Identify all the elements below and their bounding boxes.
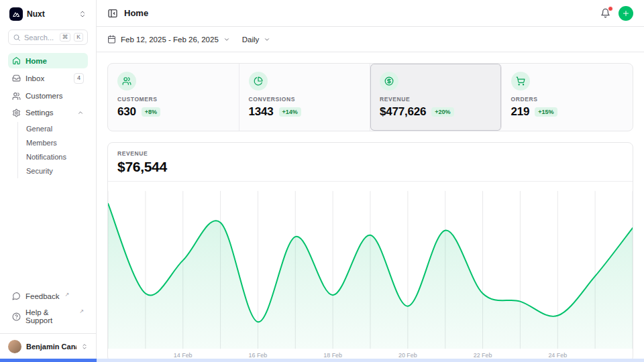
sidebar-nav: Home Inbox 4 Customers Settings General … <box>8 53 88 178</box>
stat-delta-badge: +20% <box>431 107 453 117</box>
chart-total-value: $76,544 <box>117 159 623 175</box>
page-title: Home <box>124 8 148 18</box>
search-box[interactable]: ⌘ K <box>8 29 88 45</box>
chart-body: 14 Feb16 Feb18 Feb20 Feb22 Feb24 Feb <box>108 182 633 361</box>
sidebar-item-label: Home <box>25 57 47 65</box>
stat-label: CONVERSIONS <box>249 96 361 103</box>
period-select[interactable]: Daily <box>242 36 271 44</box>
inbox-count-badge: 4 <box>74 73 84 84</box>
shopping-cart-icon <box>511 72 530 90</box>
stat-customers[interactable]: CUSTOMERS 630 +8% <box>108 64 239 131</box>
chart-header: REVENUE $76,544 <box>108 143 633 182</box>
stat-revenue[interactable]: REVENUE $477,626 +20% <box>370 64 502 131</box>
stat-value: 219 <box>511 105 530 119</box>
svg-text:16 Feb: 16 Feb <box>249 352 268 359</box>
svg-text:24 Feb: 24 Feb <box>548 352 567 359</box>
nuxt-logo-icon <box>9 7 23 21</box>
header-actions <box>600 6 633 21</box>
chevron-up-down-icon <box>81 343 88 350</box>
gear-icon <box>12 109 21 117</box>
stat-value: $477,626 <box>380 105 426 119</box>
footer-link-label: Feedback <box>25 292 60 300</box>
search-icon <box>13 34 21 42</box>
help-circle-icon <box>12 312 21 321</box>
calendar-icon <box>107 35 116 44</box>
avatar <box>8 340 21 353</box>
kbd-cmd: ⌘ <box>60 33 71 42</box>
external-link-icon: ↗ <box>79 308 84 314</box>
feedback-link[interactable]: Feedback ↗ <box>8 288 88 304</box>
content: CUSTOMERS 630 +8% CONVERSIONS 1343 +14% <box>97 52 644 362</box>
sidebar-footer: Feedback ↗ Help & Support ↗ Benjamin Can… <box>8 288 88 362</box>
revenue-chart-card: REVENUE $76,544 14 Feb16 Feb18 Feb20 Feb… <box>107 142 633 362</box>
users-icon <box>12 92 21 101</box>
page-header: Home <box>97 0 644 27</box>
svg-text:18 Feb: 18 Feb <box>323 352 342 359</box>
bottom-strip <box>0 359 644 362</box>
sidebar-subitem-general[interactable]: General <box>26 122 88 136</box>
svg-text:14 Feb: 14 Feb <box>174 352 193 359</box>
chart-pie-icon <box>249 72 268 90</box>
period-label: Daily <box>242 36 260 44</box>
date-range-picker[interactable]: Feb 12, 2025 - Feb 26, 2025 <box>107 35 230 44</box>
plus-icon <box>622 9 630 17</box>
workspace-name: Nuxt <box>27 9 74 19</box>
stat-label: CUSTOMERS <box>117 96 229 103</box>
stat-orders[interactable]: ORDERS 219 +15% <box>502 64 633 131</box>
stat-value: 630 <box>117 105 136 119</box>
chevron-down-icon <box>264 36 270 43</box>
circle-dollar-icon <box>380 72 398 90</box>
add-button[interactable] <box>619 6 633 21</box>
stat-delta-badge: +14% <box>279 107 301 117</box>
bottom-strip-left <box>0 359 97 362</box>
chevron-up-icon <box>77 109 84 116</box>
notification-dot <box>608 6 613 11</box>
stat-delta-badge: +8% <box>142 107 160 117</box>
panel-left-icon[interactable] <box>107 8 118 19</box>
sidebar-item-customers[interactable]: Customers <box>8 88 88 104</box>
search-input[interactable] <box>24 34 56 42</box>
sidebar-item-label: Inbox <box>25 74 44 82</box>
sidebar-subitem-members[interactable]: Members <box>26 136 88 150</box>
sidebar-item-home[interactable]: Home <box>8 53 88 68</box>
stats-row: CUSTOMERS 630 +8% CONVERSIONS 1343 +14% <box>107 63 633 131</box>
stat-label: ORDERS <box>511 96 624 103</box>
revenue-area-chart[interactable]: 14 Feb16 Feb18 Feb20 Feb22 Feb24 Feb <box>108 182 633 361</box>
chevron-up-down-icon <box>78 10 87 18</box>
chevron-down-icon <box>223 36 230 43</box>
sidebar-item-label: Customers <box>25 92 63 100</box>
sidebar-subitem-security[interactable]: Security <box>26 164 88 178</box>
stat-conversions[interactable]: CONVERSIONS 1343 +14% <box>239 64 371 131</box>
kbd-k: K <box>74 33 83 42</box>
workspace-selector[interactable]: Nuxt <box>8 7 88 21</box>
external-link-icon: ↗ <box>65 292 70 298</box>
chart-label: REVENUE <box>117 150 623 157</box>
sidebar-item-inbox[interactable]: Inbox 4 <box>8 70 88 87</box>
sidebar-subitem-notifications[interactable]: Notifications <box>26 150 88 164</box>
sidebar-item-settings[interactable]: Settings <box>8 105 88 121</box>
footer-link-label: Help & Support <box>25 308 74 324</box>
message-circle-icon <box>12 292 21 300</box>
bottom-strip-right <box>97 359 644 362</box>
sidebar-item-label: Settings <box>25 109 54 117</box>
sidebar: Nuxt ⌘ K Home Inbox 4 Customers <box>0 0 97 362</box>
svg-text:20 Feb: 20 Feb <box>398 352 417 359</box>
notifications-button[interactable] <box>600 8 610 18</box>
users-icon <box>117 72 136 90</box>
date-range-label: Feb 12, 2025 - Feb 26, 2025 <box>121 36 219 44</box>
dashboard-app: Nuxt ⌘ K Home Inbox 4 Customers <box>0 0 644 362</box>
stat-delta-badge: +15% <box>535 107 557 117</box>
help-support-link[interactable]: Help & Support ↗ <box>8 305 88 328</box>
stat-value: 1343 <box>249 105 274 119</box>
filter-toolbar: Feb 12, 2025 - Feb 26, 2025 Daily <box>97 27 644 52</box>
inbox-icon <box>12 74 21 82</box>
user-name: Benjamin Canac <box>26 343 76 351</box>
settings-submenu: General Members Notifications Security <box>17 122 88 178</box>
stat-label: REVENUE <box>380 96 492 103</box>
main-area: Home Feb 12, 2025 - Feb 26, 2025 Daily <box>97 0 644 362</box>
user-menu[interactable]: Benjamin Canac <box>0 333 96 359</box>
home-icon <box>12 56 21 65</box>
svg-text:22 Feb: 22 Feb <box>474 352 492 359</box>
